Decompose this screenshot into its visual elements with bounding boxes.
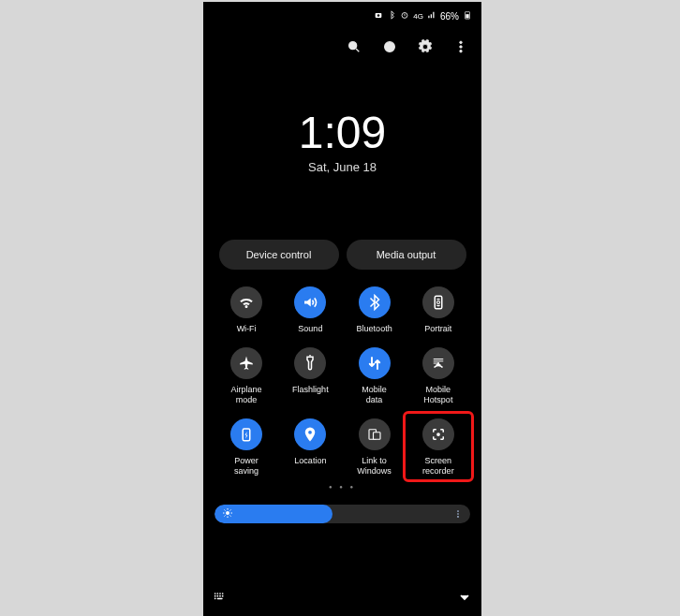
svg-point-8 <box>460 46 463 49</box>
tile-airplane[interactable]: Airplane mode <box>214 347 278 405</box>
tile-label: Link to Windows <box>357 456 392 477</box>
battery-icon <box>463 10 472 22</box>
search-icon[interactable] <box>347 39 362 58</box>
tile-hotspot[interactable]: Mobile Hotspot <box>407 347 470 405</box>
alarm-status-icon <box>400 10 409 22</box>
tile-sound[interactable]: Sound <box>278 286 342 334</box>
tile-label: Portrait <box>424 324 451 334</box>
svg-point-29 <box>222 595 224 597</box>
portrait-icon <box>422 286 454 318</box>
tile-label: Location <box>294 456 326 466</box>
bluetooth-icon <box>359 286 391 318</box>
svg-point-19 <box>457 510 459 512</box>
tile-wifi[interactable]: Wi-Fi <box>214 286 278 334</box>
tile-bluetooth[interactable]: Bluetooth <box>343 286 407 334</box>
link-icon <box>359 418 391 450</box>
network-type: 4G <box>413 12 423 21</box>
tile-label: Power saving <box>234 456 259 477</box>
wifi-icon <box>230 286 262 318</box>
camera-icon <box>374 10 383 22</box>
svg-rect-16 <box>373 433 380 440</box>
svg-point-17 <box>436 433 440 436</box>
svg-point-7 <box>460 41 463 44</box>
keyboard-icon[interactable] <box>213 590 228 609</box>
tile-label: Bluetooth <box>357 324 392 334</box>
more-icon[interactable] <box>453 39 468 58</box>
media-output-button[interactable]: Media output <box>347 240 466 270</box>
svg-rect-31 <box>217 598 223 600</box>
svg-point-9 <box>460 50 463 52</box>
clock-date: Sat, June 18 <box>203 160 481 174</box>
power-icon <box>230 418 262 450</box>
tile-label: Flashlight <box>292 385 329 395</box>
svg-point-26 <box>214 595 216 597</box>
svg-point-14 <box>309 431 313 434</box>
svg-point-27 <box>216 595 218 597</box>
svg-point-25 <box>222 593 224 594</box>
svg-rect-4 <box>466 14 468 18</box>
svg-point-5 <box>349 42 357 50</box>
power-icon[interactable] <box>382 39 397 58</box>
tile-label: Airplane mode <box>231 385 262 405</box>
svg-point-11 <box>436 301 439 304</box>
control-pills: Device control Media output <box>203 240 481 270</box>
sound-icon <box>294 286 326 318</box>
quick-settings-grid: Wi-FiSoundBluetoothPortraitAirplane mode… <box>214 286 470 477</box>
status-bar: 4G 66% <box>203 2 481 30</box>
tile-location[interactable]: Location <box>278 418 342 477</box>
brightness-slider[interactable] <box>214 505 470 523</box>
tile-label: Mobile Hotspot <box>423 385 452 405</box>
panel-actions <box>203 30 481 67</box>
tile-link[interactable]: Link to Windows <box>343 418 407 477</box>
airplane-icon <box>230 347 262 379</box>
clock-time: 1:09 <box>203 107 481 158</box>
svg-point-28 <box>219 595 221 597</box>
hotspot-icon <box>422 347 454 379</box>
tile-record[interactable]: Screen recorder <box>407 418 470 477</box>
tile-label: Mobile data <box>362 385 387 405</box>
chevron-down-icon[interactable] <box>457 590 472 609</box>
svg-point-18 <box>226 511 229 515</box>
tile-label: Wi-Fi <box>237 324 257 334</box>
device-control-button[interactable]: Device control <box>219 240 339 270</box>
svg-point-22 <box>214 593 216 594</box>
slider-more-icon[interactable] <box>453 506 463 522</box>
svg-point-1 <box>377 14 380 17</box>
svg-point-24 <box>219 593 221 594</box>
tile-power[interactable]: Power saving <box>214 418 278 477</box>
sun-icon <box>222 506 233 522</box>
mobiledata-icon <box>359 347 391 379</box>
svg-rect-10 <box>435 296 442 309</box>
tile-mobiledata[interactable]: Mobile data <box>343 347 407 405</box>
clock-block: 1:09 Sat, June 18 <box>203 107 481 174</box>
tile-flashlight[interactable]: Flashlight <box>278 347 342 405</box>
tile-label: Sound <box>298 324 322 334</box>
record-icon <box>422 418 454 450</box>
svg-point-23 <box>216 593 218 594</box>
tile-label: Screen recorder <box>422 456 454 477</box>
tile-portrait[interactable]: Portrait <box>407 286 470 334</box>
svg-point-20 <box>457 513 459 515</box>
gear-icon[interactable] <box>418 39 433 58</box>
svg-point-30 <box>214 597 216 599</box>
page-dots: ● ● ● <box>203 484 481 490</box>
location-icon <box>294 418 326 450</box>
signal-icon <box>427 10 436 22</box>
svg-point-21 <box>457 516 459 518</box>
battery-text: 66% <box>440 11 459 22</box>
bluetooth-status-icon <box>387 10 396 22</box>
bottom-bar <box>213 590 472 609</box>
flashlight-icon <box>294 347 326 379</box>
phone-screen: 4G 66% 1:09 Sat, June 18 Device control … <box>203 2 481 616</box>
